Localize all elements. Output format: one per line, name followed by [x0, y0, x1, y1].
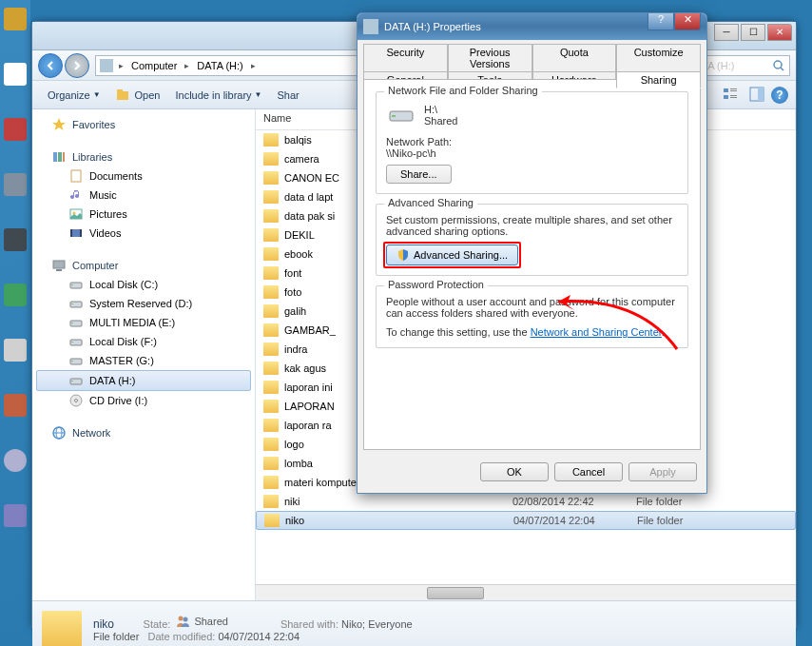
include-library-menu[interactable]: Include in library▼: [167, 89, 269, 101]
tab-customize[interactable]: Customize: [616, 44, 701, 71]
help-icon[interactable]: ?: [771, 87, 788, 104]
drive-icon: [363, 19, 378, 34]
svg-rect-7: [724, 95, 728, 99]
folder-icon: [263, 190, 279, 204]
folder-icon: [263, 476, 279, 489]
ok-button[interactable]: OK: [480, 462, 549, 481]
nav-drive[interactable]: MULTI MEDIA (E:): [32, 313, 255, 332]
svg-rect-14: [63, 152, 65, 162]
folder-icon: [263, 419, 279, 432]
share-menu[interactable]: Shar: [270, 89, 307, 101]
nav-drive[interactable]: Local Disk (C:): [32, 275, 255, 294]
folder-icon: [263, 171, 279, 185]
share-name: H:\: [424, 104, 457, 115]
svg-rect-12: [53, 152, 57, 162]
tab-previous-versions[interactable]: Previous Versions: [448, 44, 532, 71]
state-label: State:: [144, 618, 171, 630]
advanced-desc: Set custom permissions, create multiple …: [386, 214, 678, 237]
annotation-arrow: [544, 287, 686, 363]
svg-rect-2: [117, 91, 128, 100]
desktop-icons-strip: [0, 0, 30, 646]
nav-drive[interactable]: DATA (H:): [36, 370, 251, 391]
file-row[interactable]: niko04/07/2014 22:04File folder: [256, 511, 796, 530]
share-button[interactable]: Share...: [386, 165, 452, 184]
password-desc2-a: To change this setting, use the: [386, 326, 531, 338]
breadcrumb-drive[interactable]: DATA (H:): [191, 60, 248, 71]
forward-button[interactable]: [65, 53, 89, 78]
open-button[interactable]: Open: [108, 88, 168, 102]
svg-rect-24: [71, 284, 73, 285]
svg-rect-28: [71, 323, 73, 323]
folder-icon: [263, 381, 279, 394]
svg-rect-43: [392, 115, 396, 117]
nav-music[interactable]: Music: [32, 186, 255, 205]
group-title: Network File and Folder Sharing: [384, 85, 542, 96]
back-button[interactable]: [38, 53, 63, 78]
breadcrumb-arrow-icon: ▸: [251, 61, 256, 70]
horizontal-scrollbar[interactable]: [256, 584, 796, 600]
nav-drive[interactable]: System Reserved (D:): [32, 294, 255, 313]
favorites-header[interactable]: Favorites: [32, 115, 255, 134]
dialog-help-button[interactable]: ?: [648, 13, 674, 30]
folder-icon: [263, 247, 279, 261]
selected-name: niko: [93, 617, 114, 631]
group-title: Password Protection: [384, 279, 488, 290]
tab-quota[interactable]: Quota: [532, 44, 617, 71]
network-path-value: \\Niko-pc\h: [386, 147, 678, 159]
svg-rect-11: [758, 88, 764, 101]
network-path-label: Network Path:: [386, 136, 678, 147]
preview-pane-icon[interactable]: [748, 86, 767, 105]
folder-icon: [263, 457, 279, 470]
close-button[interactable]: ✕: [767, 24, 792, 41]
svg-rect-30: [71, 342, 73, 343]
shield-icon: [396, 248, 410, 262]
nav-drive[interactable]: MASTER (G:): [32, 351, 255, 370]
nav-videos[interactable]: Videos: [32, 224, 255, 243]
network-header[interactable]: Network: [32, 423, 255, 442]
svg-rect-20: [80, 229, 82, 237]
svg-point-36: [75, 400, 78, 402]
dialog-close-button[interactable]: ✕: [674, 13, 701, 30]
breadcrumb-arrow-icon: ▸: [184, 61, 189, 70]
breadcrumb-computer[interactable]: Computer: [126, 60, 183, 71]
breadcrumb-arrow-icon: ▸: [119, 61, 124, 70]
tab-strip: Security Previous Versions Quota Customi…: [358, 40, 706, 80]
nav-drive[interactable]: CD Drive (I:): [32, 391, 255, 410]
folder-icon: [263, 228, 279, 242]
maximize-button[interactable]: ☐: [741, 24, 765, 41]
organize-menu[interactable]: Organize▼: [40, 89, 108, 101]
nav-documents[interactable]: Documents: [32, 166, 255, 186]
tab-security[interactable]: Security: [363, 44, 448, 71]
folder-icon: [263, 133, 279, 147]
svg-rect-34: [71, 381, 73, 382]
advanced-sharing-button[interactable]: Advanced Sharing...: [386, 245, 518, 265]
svg-rect-32: [71, 361, 73, 362]
svg-rect-3: [117, 89, 123, 92]
svg-rect-5: [730, 88, 737, 89]
nav-drive[interactable]: Local Disk (F:): [32, 332, 255, 351]
scrollbar-thumb[interactable]: [427, 587, 484, 599]
svg-rect-8: [730, 95, 737, 96]
nav-pictures[interactable]: Pictures: [32, 205, 255, 224]
folder-icon: [263, 362, 279, 375]
folder-icon: [263, 209, 279, 223]
folder-icon: [264, 514, 280, 527]
sharedwith-label: Shared with:: [280, 618, 338, 630]
tab-sharing[interactable]: Sharing: [616, 71, 701, 88]
apply-button[interactable]: Apply: [628, 462, 697, 481]
group-title: Advanced Sharing: [384, 197, 477, 208]
svg-rect-6: [730, 90, 737, 91]
folder-icon: [263, 266, 279, 280]
view-options-icon[interactable]: [722, 86, 741, 105]
file-row[interactable]: niki02/08/2014 22:42File folder: [256, 492, 796, 511]
libraries-header[interactable]: Libraries: [32, 147, 255, 166]
computer-header[interactable]: Computer: [32, 256, 255, 275]
folder-icon: [42, 611, 82, 647]
svg-rect-19: [70, 229, 72, 237]
datemod-value: 04/07/2014 22:04: [218, 631, 300, 642]
cancel-button[interactable]: Cancel: [554, 462, 623, 481]
minimize-button[interactable]: ─: [714, 24, 739, 41]
dialog-titlebar[interactable]: DATA (H:) Properties ? ✕: [358, 13, 706, 40]
properties-dialog: DATA (H:) Properties ? ✕ Security Previo…: [357, 12, 707, 494]
drive-large-icon: [386, 102, 416, 128]
